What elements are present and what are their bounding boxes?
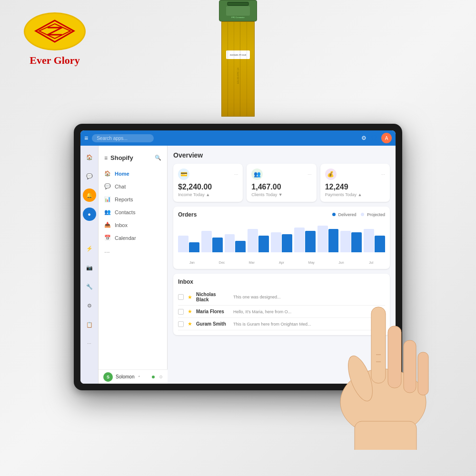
bar-light-0	[178, 236, 188, 252]
nav-label-inbox: Inbox	[115, 222, 128, 228]
reports-icon: 📊	[104, 196, 111, 202]
bar-group-4	[271, 232, 292, 252]
bar-labels: Jan Dec Mar Apr May Jun Jul	[178, 261, 385, 264]
sidebar-more[interactable]: ···	[81, 337, 97, 350]
user-name: Solomon	[116, 374, 134, 379]
chart-area: Orders Delivered Projected	[173, 207, 390, 269]
bar-label-5: Jun	[327, 261, 356, 264]
inbox-checkbox-0[interactable]	[178, 294, 184, 300]
avatar[interactable]: A	[381, 133, 392, 143]
inbox-checkbox-1[interactable]	[178, 309, 184, 315]
chart-title: Orders	[178, 211, 197, 218]
nav-label-home: Home	[115, 171, 129, 177]
legend-delivered: Delivered	[332, 212, 357, 217]
sidebar-icon-4[interactable]: ⚙	[83, 299, 96, 312]
bar-label-3: Apr	[268, 261, 296, 264]
inbox-item-2[interactable]: ★ Guram Smith This is Guram here from On…	[178, 318, 385, 330]
bar-group-7	[340, 231, 362, 253]
menu-icon[interactable]: ≡	[84, 134, 88, 142]
sidebar-icon-chat[interactable]: 💬	[83, 169, 96, 183]
logo-ellipse	[24, 12, 86, 50]
main-content: Overview 💳 ··· $2,240.00 Income Today ▲ …	[168, 146, 396, 384]
sidebar-icon-notifications[interactable]: 🔔	[83, 188, 96, 202]
stat-card-clients: 👥 ··· 1,467.00 Clients Today ▼	[247, 164, 316, 202]
nav-user-section: S Solomon * ⚙	[99, 369, 168, 384]
bar-label-2: Mar	[238, 261, 266, 264]
nav-more-dots[interactable]: ···	[99, 244, 167, 259]
bar-chart	[178, 222, 385, 260]
bar-label-4: May	[298, 261, 326, 264]
nav-label-calendar: Calendar	[115, 235, 136, 241]
user-status	[152, 376, 155, 378]
payments-icon: 💰	[325, 169, 337, 180]
monitor: ≡ ⚙ 👤 A 🏠 💬 🔔 ● ⚡ 📷 🔧 ⚙ 📋	[74, 124, 402, 390]
search-input[interactable]	[92, 134, 154, 142]
bar-light-4	[271, 232, 281, 252]
bar-label-0: Jan	[178, 261, 206, 264]
legend-projected: Projected	[361, 212, 385, 217]
bar-group-2	[225, 234, 246, 253]
sidebar-icon-1[interactable]: ⚡	[83, 242, 96, 255]
inbox-item-0[interactable]: ★ Nicholas Black This one was designed..…	[178, 289, 385, 306]
chart-header: Orders Delivered Projected	[178, 211, 385, 218]
sidebar-icon-5[interactable]: 📋	[83, 318, 96, 331]
chat-icon: 💬	[104, 183, 111, 189]
nav-sidebar: ≡ Shopify 🔍 🏠 Home 💬 Chat 📊 Reports	[99, 146, 168, 384]
inbox-preview-2: This is Guram here from Onightan Med...	[233, 322, 311, 327]
sidebar-icon-2[interactable]: 📷	[83, 261, 96, 274]
star-icon-0[interactable]: ★	[188, 294, 192, 300]
nav-search-icon[interactable]: 🔍	[155, 155, 161, 161]
sidebar-icon-active[interactable]: ●	[83, 208, 96, 221]
stat-dots-1[interactable]: ···	[234, 172, 238, 177]
icon-sidebar: 🏠 💬 🔔 ● ⚡ 📷 🔧 ⚙ 📋 ···	[80, 146, 99, 384]
settings-icon[interactable]: ⚙	[361, 135, 367, 141]
calendar-icon: 📅	[104, 235, 111, 241]
bar-light-7	[340, 231, 351, 253]
inbox-name-0: Nicholas Black	[196, 292, 229, 302]
stat-card-income: 💳 ··· $2,240.00 Income Today ▲	[173, 164, 243, 202]
legend-dot-projected	[361, 213, 364, 216]
income-label: Income Today ▲	[178, 192, 238, 197]
bar-light-2	[225, 234, 235, 253]
clients-value: 1,467.00	[251, 183, 311, 191]
bar-light-6	[317, 226, 328, 252]
bar-blue-1	[212, 238, 223, 253]
screen-layout: 🏠 💬 🔔 ● ⚡ 📷 🔧 ⚙ 📋 ··· ≡ Shopify 🔍	[80, 146, 396, 384]
screen: ≡ ⚙ 👤 A 🏠 💬 🔔 ● ⚡ 📷 🔧 ⚙ 📋	[80, 130, 396, 384]
nav-item-reports[interactable]: 📊 Reports	[99, 193, 167, 206]
stat-dots-2[interactable]: ···	[307, 172, 311, 177]
legend-dot-delivered	[332, 213, 336, 216]
stat-card-payments: 💰 ··· 12,249 Payments Today ▲	[320, 164, 390, 202]
bar-label-1: Dec	[208, 261, 236, 264]
inbox-preview-0: This one was designed...	[233, 295, 281, 299]
income-value: $2,240.00	[178, 183, 238, 191]
inbox-title: Inbox	[178, 278, 385, 285]
fpc-board: FPC Connector	[219, 0, 257, 21]
sidebar-icon-3[interactable]: 🔧	[83, 280, 96, 293]
bar-group-6	[317, 226, 339, 252]
stats-row: 💳 ··· $2,240.00 Income Today ▲ 👥 ··· 1,4…	[173, 164, 390, 202]
fpc-connector: FPC Connector 25205430-TP-0149 EG-00-FPC…	[219, 0, 257, 117]
nav-item-chat[interactable]: 💬 Chat	[99, 180, 167, 193]
bar-light-3	[248, 229, 258, 252]
chart-legend: Delivered Projected	[332, 212, 385, 217]
bar-blue-6	[328, 229, 339, 252]
nav-item-inbox[interactable]: 📥 Inbox	[99, 218, 167, 231]
inbox-name-1: Maria Flores	[196, 309, 229, 314]
nav-item-calendar[interactable]: 📅 Calendar	[99, 231, 167, 244]
star-icon-2[interactable]: ★	[188, 321, 192, 327]
star-icon-1[interactable]: ★	[188, 308, 192, 315]
sidebar-icon-home[interactable]: 🏠	[83, 150, 96, 164]
inbox-checkbox-2[interactable]	[178, 321, 184, 327]
inbox-item-1[interactable]: ★ Maria Flores Hello, It's Maria, here f…	[178, 306, 385, 318]
bar-light-8	[364, 229, 374, 252]
stat-dots-3[interactable]: ···	[381, 172, 385, 177]
user-avatar[interactable]: S	[103, 372, 113, 382]
nav-item-home[interactable]: 🏠 Home	[99, 167, 167, 180]
bar-group-3	[248, 229, 269, 252]
topbar: ≡ ⚙ 👤 A	[80, 130, 396, 146]
inbox-name-2: Guram Smith	[196, 321, 229, 327]
nav-item-contacts[interactable]: 👥 Contacts	[99, 206, 167, 218]
user-icon[interactable]: 👤	[370, 135, 377, 141]
bar-label-6: Jul	[357, 261, 385, 264]
